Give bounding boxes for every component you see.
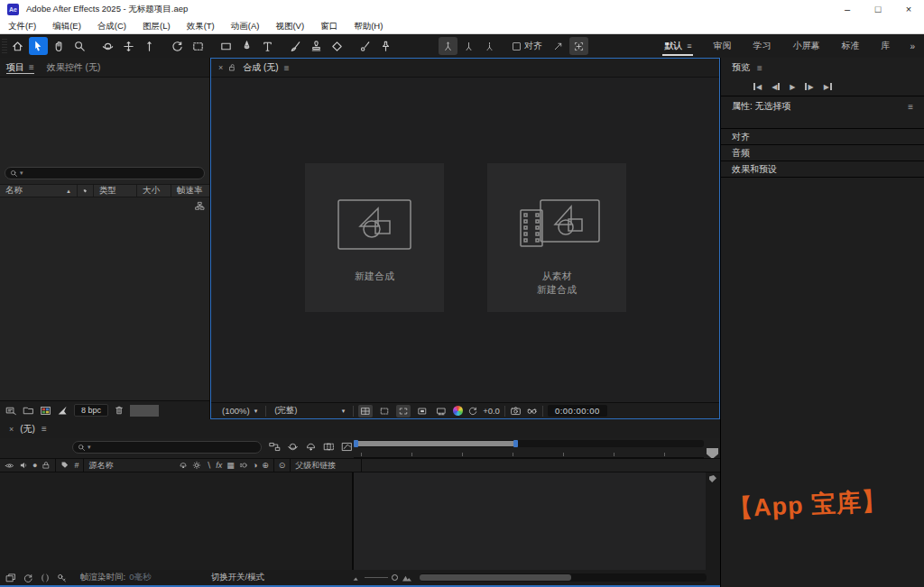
camera-tool[interactable] — [189, 37, 208, 55]
workspace-overflow-button[interactable]: » — [901, 41, 924, 51]
world-axis-button[interactable] — [459, 37, 478, 55]
time-ruler[interactable] — [354, 449, 704, 458]
quality-switch-icon[interactable]: ∖ — [206, 462, 211, 470]
effects-switch-icon[interactable]: fx — [216, 462, 222, 470]
grid-guides-button[interactable] — [358, 405, 373, 417]
workspace-default[interactable]: 默认 ≡ — [653, 34, 702, 58]
minimize-button[interactable]: – — [832, 0, 863, 18]
menu-effect[interactable]: 效果(T) — [179, 18, 223, 34]
menu-help[interactable]: 帮助(H) — [346, 18, 391, 34]
workspace-standard[interactable]: 标准 — [830, 34, 870, 58]
search-dropdown-icon[interactable]: ▾ — [88, 444, 91, 451]
timeline-zoom-thumb[interactable] — [355, 441, 517, 446]
brush-tool[interactable] — [286, 37, 305, 55]
go-to-start-button[interactable]: ◀ — [753, 83, 762, 91]
pan-camera-tool[interactable] — [119, 37, 138, 55]
close-button[interactable]: × — [893, 0, 924, 18]
timeline-panel-menu-icon[interactable]: ≡ — [42, 424, 47, 434]
snap-control[interactable]: 对齐 — [513, 40, 542, 52]
composition-panel-menu-icon[interactable]: ≡ — [284, 63, 290, 73]
project-flowchart-icon[interactable] — [195, 201, 205, 211]
orbit-camera-tool[interactable] — [98, 37, 117, 55]
clone-stamp-tool[interactable] — [307, 37, 326, 55]
timeline-horizontal-scrollbar[interactable] — [420, 573, 707, 582]
type-tool[interactable] — [258, 37, 277, 55]
rectangle-tool[interactable] — [217, 37, 236, 55]
resolution-dropdown[interactable]: (完整)▾ — [271, 405, 348, 417]
snapshot-camera-icon[interactable] — [510, 405, 522, 417]
interpret-footage-icon[interactable] — [5, 405, 17, 417]
dolly-camera-tool[interactable] — [140, 37, 159, 55]
timeline-zoom-scrollbar[interactable] — [354, 440, 704, 447]
motion-blur-switch-icon[interactable] — [239, 461, 248, 470]
roto-brush-tool[interactable] — [356, 37, 374, 55]
marker-pen-icon[interactable] — [709, 475, 716, 482]
menu-file[interactable]: 文件(F) — [0, 18, 44, 34]
menu-animation[interactable]: 动画(A) — [223, 18, 268, 34]
layer-number-header[interactable]: # — [74, 462, 79, 470]
adjustment-layer-switch-icon[interactable]: ◑ — [253, 462, 257, 470]
zoom-in-mountain-icon[interactable] — [402, 573, 412, 582]
audio-panel-header[interactable]: 音频 — [721, 145, 924, 161]
scrollbar-thumb[interactable] — [420, 574, 571, 581]
channel-color-management-icon[interactable] — [453, 406, 463, 416]
workspace-small-screen[interactable]: 小屏幕 — [781, 34, 830, 58]
eraser-tool[interactable] — [328, 37, 346, 55]
properties-panel-menu-icon[interactable]: ≡ — [908, 102, 913, 112]
column-label-color[interactable] — [78, 185, 94, 197]
local-axis-button[interactable] — [439, 37, 457, 55]
composition-stack-icon[interactable] — [5, 573, 16, 583]
timeline-tab-label[interactable]: (无) — [20, 423, 35, 436]
toggle-switches-modes-button[interactable]: 切换开关/模式 — [210, 572, 264, 583]
maximize-button[interactable]: □ — [863, 0, 893, 18]
search-dropdown-icon[interactable]: ▾ — [20, 170, 23, 177]
show-snapshot-icon[interactable] — [526, 405, 538, 417]
shy-layers-icon[interactable] — [305, 441, 317, 453]
magnification-dropdown[interactable]: (100%)▾ — [218, 406, 261, 416]
solo-icon[interactable]: ● — [32, 462, 37, 470]
project-panel-menu-icon[interactable]: ≡ — [29, 62, 34, 72]
go-to-end-button[interactable]: ▶ — [824, 83, 832, 91]
snap-checkbox[interactable] — [513, 42, 521, 50]
tab-effect-controls[interactable]: 效果控件 (无) — [41, 58, 106, 77]
frame-blend-switch-icon[interactable]: ▦ — [226, 462, 235, 470]
transparency-grid-button[interactable] — [415, 405, 430, 417]
play-button[interactable]: ▶ — [790, 83, 795, 91]
home-button[interactable] — [8, 37, 27, 55]
unlock-icon[interactable] — [228, 63, 237, 72]
new-composition-from-footage-button[interactable]: 从素材 新建合成 — [487, 163, 626, 312]
source-name-column[interactable]: 源名称 — [84, 459, 171, 472]
workspace-review[interactable]: 审阅 — [702, 34, 742, 58]
mini-flowchart-icon[interactable] — [269, 441, 281, 453]
audio-speaker-icon[interactable] — [19, 461, 28, 470]
timeline-search-input[interactable]: ▾ — [72, 441, 262, 454]
hand-tool[interactable] — [50, 37, 69, 55]
previous-frame-button[interactable]: ◀ — [772, 83, 780, 91]
live-update-icon[interactable] — [23, 573, 33, 583]
snap-grid-button[interactable] — [569, 37, 588, 55]
shy-switch-icon[interactable] — [179, 461, 188, 470]
menu-edit[interactable]: 编辑(E) — [44, 18, 89, 34]
menu-window[interactable]: 窗口 — [312, 18, 346, 34]
snap-options-button[interactable] — [549, 37, 568, 55]
view-axis-button[interactable] — [480, 37, 499, 55]
effects-presets-panel-header[interactable]: 效果和预设 — [721, 161, 924, 178]
parent-link-column[interactable]: 父级和链接 — [291, 459, 361, 472]
column-type[interactable]: 类型 — [94, 185, 137, 197]
timeline-tab-close-icon[interactable]: × — [9, 425, 14, 434]
preview-title[interactable]: 预览 — [732, 61, 750, 74]
keyframe-key-icon[interactable] — [57, 573, 68, 583]
column-framerate[interactable]: 帧速率 — [171, 185, 209, 197]
align-panel-header[interactable]: 对齐 — [721, 129, 924, 145]
exposure-value[interactable]: +0.0 — [483, 406, 500, 416]
label-color-icon[interactable] — [60, 461, 69, 470]
parent-pickwhip-icon[interactable]: ⊙ — [279, 462, 286, 470]
region-of-interest-button[interactable] — [396, 405, 411, 417]
timeline-track-area[interactable] — [354, 472, 706, 570]
composition-tab-close-icon[interactable]: × — [218, 63, 223, 72]
sort-ascending-icon[interactable]: ▲ — [66, 188, 71, 194]
preview-panel-menu-icon[interactable]: ≡ — [757, 63, 762, 73]
next-frame-button[interactable]: ▶ — [805, 83, 813, 91]
zoom-handle-left[interactable] — [354, 440, 358, 447]
mask-visibility-button[interactable] — [377, 405, 392, 417]
